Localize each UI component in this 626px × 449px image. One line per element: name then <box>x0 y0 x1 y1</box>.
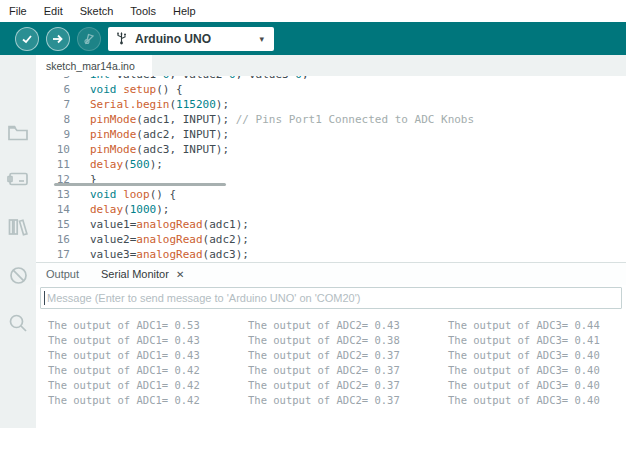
serial-output-value: The output of ADC1= 0.43 <box>48 348 248 363</box>
check-icon <box>21 33 33 45</box>
serial-output-value: The output of ADC2= 0.37 <box>248 363 448 378</box>
close-icon[interactable]: ✕ <box>176 269 184 280</box>
debug-icon <box>83 32 96 45</box>
bottom-panel-tabs: Output Serial Monitor ✕ <box>36 263 626 285</box>
line-number: 7 <box>36 97 70 112</box>
arduino-ide-window: File Edit Sketch Tools Help <box>0 0 626 449</box>
debug-button <box>77 27 101 51</box>
serial-output-value: The output of ADC2= 0.37 <box>248 393 448 408</box>
tab-sketch-file-label: sketch_mar14a.ino <box>46 60 135 72</box>
arrow-right-icon <box>52 33 64 45</box>
menu-file[interactable]: File <box>9 5 27 17</box>
editor-tab-bar: sketch_mar14a.ino <box>36 55 626 76</box>
code-line: 11delay(500); <box>36 157 626 172</box>
line-number: 9 <box>36 127 70 142</box>
line-number: 14 <box>36 202 70 217</box>
folder-icon <box>7 124 29 146</box>
code-line: 16value2=analogRead(adc2); <box>36 232 626 247</box>
code-line: 15value1=analogRead(adc1); <box>36 217 626 232</box>
serial-output-value: The output of ADC3= 0.40 <box>448 348 626 363</box>
sidebar-item-library-manager[interactable] <box>0 211 36 247</box>
serial-output-value: The output of ADC1= 0.42 <box>48 393 248 408</box>
code-line: 13void loop() { <box>36 187 626 202</box>
library-books-icon <box>8 218 28 240</box>
serial-output-row: The output of ADC1= 0.43The output of AD… <box>48 348 626 363</box>
serial-output-value: The output of ADC3= 0.44 <box>448 318 626 333</box>
chevron-down-icon: ▾ <box>259 34 266 44</box>
serial-output-value: The output of ADC1= 0.42 <box>48 378 248 393</box>
line-number: 16 <box>36 232 70 247</box>
code-line: 14delay(1000); <box>36 202 626 217</box>
serial-output-value: The output of ADC3= 0.40 <box>448 393 626 408</box>
serial-output-value: The output of ADC1= 0.43 <box>48 333 248 348</box>
serial-output-value: The output of ADC2= 0.43 <box>248 318 448 333</box>
code-editor[interactable]: 5int value1=0, value2=0, value3=0;6void … <box>36 76 626 262</box>
search-icon <box>8 313 28 337</box>
serial-output-value: The output of ADC2= 0.37 <box>248 378 448 393</box>
sidebar-item-sketchbook[interactable] <box>0 117 36 153</box>
debug-disabled-icon <box>9 266 28 289</box>
code-line: 7Serial.begin(115200); <box>36 97 626 112</box>
serial-output-value: The output of ADC2= 0.38 <box>248 333 448 348</box>
serial-output-value: The output of ADC3= 0.41 <box>448 333 626 348</box>
menu-bar: File Edit Sketch Tools Help <box>0 0 626 22</box>
code-line: 8pinMode(adc1, INPUT); // Pins Port1 Con… <box>36 112 626 127</box>
serial-output-value: The output of ADC1= 0.42 <box>48 363 248 378</box>
board-selector[interactable]: Arduino UNO ▾ <box>108 27 274 51</box>
serial-output-row: The output of ADC1= 0.43The output of AD… <box>48 333 626 348</box>
text-cursor <box>44 291 45 305</box>
upload-button[interactable] <box>46 27 70 51</box>
tab-serial-monitor[interactable]: Serial Monitor ✕ <box>101 268 184 280</box>
usb-icon <box>116 30 127 49</box>
tab-serial-monitor-label: Serial Monitor <box>101 268 169 280</box>
serial-message-input[interactable] <box>40 287 622 309</box>
code-line: 9pinMode(adc2, INPUT); <box>36 127 626 142</box>
serial-monitor-output: The output of ADC1= 0.53The output of AD… <box>48 318 626 408</box>
menu-edit[interactable]: Edit <box>44 5 63 17</box>
serial-output-value: The output of ADC3= 0.40 <box>448 378 626 393</box>
tab-sketch-file[interactable]: sketch_mar14a.ino <box>36 55 152 76</box>
menu-sketch[interactable]: Sketch <box>80 5 114 17</box>
board-icon <box>7 171 29 191</box>
line-number: 15 <box>36 217 70 232</box>
line-number: 8 <box>36 112 70 127</box>
line-number: 6 <box>36 82 70 97</box>
menu-tools[interactable]: Tools <box>130 5 156 17</box>
serial-output-row: The output of ADC1= 0.42The output of AD… <box>48 363 626 378</box>
serial-message-wrap <box>40 287 622 309</box>
activity-sidebar <box>0 55 36 428</box>
sidebar-item-search[interactable] <box>0 307 36 343</box>
line-number: 17 <box>36 247 70 262</box>
sidebar-item-debug[interactable] <box>0 259 36 295</box>
serial-output-value: The output of ADC1= 0.53 <box>48 318 248 333</box>
line-number: 13 <box>36 187 70 202</box>
code-line: 10pinMode(adc3, INPUT); <box>36 142 626 157</box>
verify-button[interactable] <box>15 27 39 51</box>
serial-output-row: The output of ADC1= 0.42The output of AD… <box>48 378 626 393</box>
serial-output-row: The output of ADC1= 0.42The output of AD… <box>48 393 626 408</box>
line-number: 11 <box>36 157 70 172</box>
horizontal-scrollbar[interactable] <box>54 183 226 186</box>
serial-output-value: The output of ADC3= 0.40 <box>448 363 626 378</box>
menu-help[interactable]: Help <box>173 5 196 17</box>
code-line: 6void setup() { <box>36 82 626 97</box>
serial-output-row: The output of ADC1= 0.53The output of AD… <box>48 318 626 333</box>
sidebar-item-boards-manager[interactable] <box>0 163 36 199</box>
serial-output-value: The output of ADC2= 0.37 <box>248 348 448 363</box>
board-selector-label: Arduino UNO <box>135 32 251 46</box>
line-number: 10 <box>36 142 70 157</box>
code-line: 17value3=analogRead(adc3); <box>36 247 626 262</box>
tab-output[interactable]: Output <box>46 268 79 280</box>
toolbar: Arduino UNO ▾ <box>0 22 626 55</box>
